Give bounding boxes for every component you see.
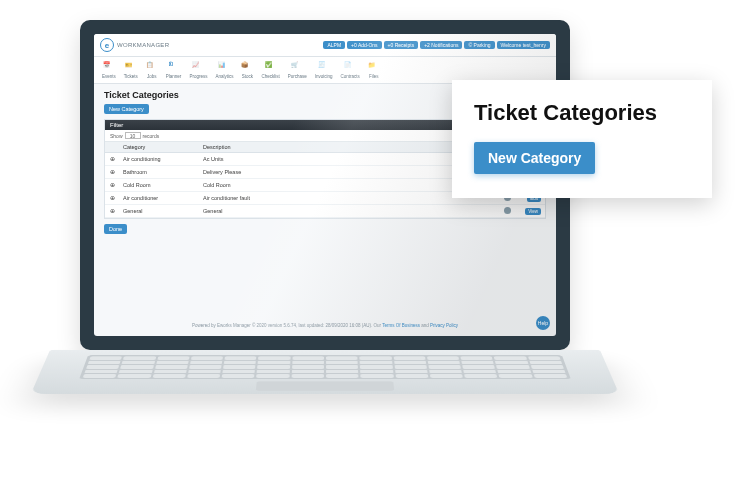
- row-action-button[interactable]: View: [525, 208, 541, 215]
- toolbar-item[interactable]: 🗓Planner: [166, 61, 182, 79]
- invoicing-icon: 🧾: [318, 61, 330, 73]
- toolbar-item[interactable]: 📄Contracts: [340, 61, 359, 79]
- col-category[interactable]: Category: [119, 142, 199, 152]
- show-label: Show: [110, 133, 123, 139]
- logo-badge-icon: e: [100, 38, 114, 52]
- toolbar-item[interactable]: 📦Stock: [241, 61, 253, 79]
- help-button[interactable]: Help: [536, 316, 550, 330]
- stock-icon: 📦: [241, 61, 253, 73]
- footer: Powered by Eworks Manager © 2020 version…: [94, 323, 556, 328]
- app-header: e WORKMANAGER ALPM +0 Add-Ons +0 Receipt…: [94, 34, 556, 57]
- cell-category: Bathroom: [119, 167, 199, 177]
- overlay-card: Ticket Categories New Category: [452, 80, 712, 198]
- logo[interactable]: e WORKMANAGER: [100, 38, 169, 52]
- laptop-base: [31, 350, 619, 394]
- expand-toggle[interactable]: ⊕: [105, 193, 119, 203]
- records-label: records: [143, 133, 160, 139]
- planner-icon: 🗓: [168, 61, 180, 73]
- header-pill[interactable]: +0 Receipts: [384, 41, 419, 49]
- toolbar-item[interactable]: 📈Progress: [189, 61, 207, 79]
- table-row: ⊕GeneralGeneralView: [105, 205, 545, 218]
- header-pill-user[interactable]: Welcome test_henry: [497, 41, 550, 49]
- privacy-link[interactable]: Privacy Policy: [430, 323, 458, 328]
- overlay-title: Ticket Categories: [474, 100, 690, 126]
- cell-description: General: [199, 206, 497, 216]
- cell-category: General: [119, 206, 199, 216]
- header-pill[interactable]: © Parking: [464, 41, 494, 49]
- new-category-button[interactable]: New Category: [104, 104, 149, 114]
- cell-category: Cold Room: [119, 180, 199, 190]
- trackpad: [256, 381, 394, 390]
- expand-toggle[interactable]: ⊕: [105, 167, 119, 177]
- calendar-icon: 📅: [103, 61, 115, 73]
- toolbar-item[interactable]: 🧾Invoicing: [315, 61, 333, 79]
- done-button[interactable]: Done: [104, 224, 127, 234]
- header-pills: ALPM +0 Add-Ons +0 Receipts +2 Notificat…: [323, 41, 550, 49]
- records-count-input[interactable]: 10: [125, 132, 141, 139]
- toolbar-item[interactable]: 🎫Tickets: [124, 61, 138, 79]
- toolbar-item[interactable]: 🛒Purchase: [288, 61, 307, 79]
- purchase-icon: 🛒: [291, 61, 303, 73]
- checklist-icon: ✅: [265, 61, 277, 73]
- expand-toggle[interactable]: ⊕: [105, 206, 119, 216]
- cell-category: Air conditioning: [119, 154, 199, 164]
- overlay-new-category-button[interactable]: New Category: [474, 142, 595, 174]
- status-icon: [504, 207, 511, 214]
- header-pill[interactable]: +0 Add-Ons: [347, 41, 382, 49]
- terms-link[interactable]: Terms Of Business: [382, 323, 420, 328]
- cell-category: Air conditioner: [119, 193, 199, 203]
- header-pill[interactable]: ALPM: [323, 41, 345, 49]
- toolbar-item[interactable]: 📁Files: [368, 61, 380, 79]
- analytics-icon: 📊: [218, 61, 230, 73]
- header-pill[interactable]: +2 Notifications: [420, 41, 462, 49]
- jobs-icon: 📋: [146, 61, 158, 73]
- toolbar-item[interactable]: 📋Jobs: [146, 61, 158, 79]
- logo-text: WORKMANAGER: [117, 42, 169, 48]
- toolbar-item[interactable]: 📊Analytics: [215, 61, 233, 79]
- contracts-icon: 📄: [344, 61, 356, 73]
- expand-toggle[interactable]: ⊕: [105, 180, 119, 190]
- keyboard: [79, 355, 571, 379]
- expand-toggle[interactable]: ⊕: [105, 154, 119, 164]
- toolbar-item[interactable]: 📅Events: [102, 61, 116, 79]
- progress-icon: 📈: [192, 61, 204, 73]
- ticket-icon: 🎫: [125, 61, 137, 73]
- files-icon: 📁: [368, 61, 380, 73]
- toolbar-item[interactable]: ✅Checklist: [261, 61, 279, 79]
